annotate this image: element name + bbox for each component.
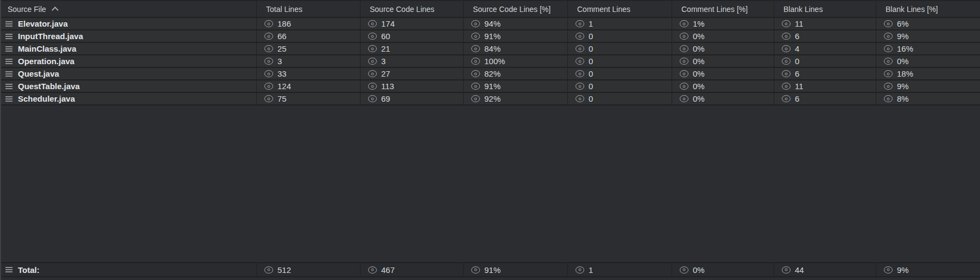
column-header-source-file[interactable]: Source File xyxy=(1,1,256,17)
total-lines-cell[interactable]: 124 xyxy=(256,80,360,92)
eye-icon xyxy=(368,20,377,27)
blank-lines-pct-cell[interactable]: 9% xyxy=(876,30,980,42)
source-code-lines-pct-cell[interactable]: 84% xyxy=(463,43,567,54)
source-code-lines-pct-cell[interactable]: 91% xyxy=(463,30,567,42)
source-file-cell[interactable]: Quest.java xyxy=(1,68,256,79)
blank-lines-pct-cell[interactable]: 16% xyxy=(876,43,980,54)
column-header-source-code-lines-pct[interactable]: Source Code Lines [%] xyxy=(463,1,567,17)
blank-lines-pct-cell[interactable]: 9% xyxy=(876,80,980,92)
comment-lines-cell[interactable]: 0 xyxy=(567,68,672,79)
total-lines-cell[interactable]: 25 xyxy=(256,43,360,54)
table-row[interactable]: Quest.java 33 27 82% 0 0% 6 18% xyxy=(1,68,980,80)
total-comment-lines-pct-cell[interactable]: 0% xyxy=(672,263,774,276)
total-lines-cell[interactable]: 3 xyxy=(256,55,360,67)
source-file-cell[interactable]: Operation.java xyxy=(1,55,256,67)
blank-lines-cell[interactable]: 6 xyxy=(774,68,876,79)
column-header-blank-lines[interactable]: Blank Lines xyxy=(774,1,876,17)
cell-value: 0% xyxy=(897,57,909,66)
comment-lines-pct-cell[interactable]: 0% xyxy=(672,43,774,54)
blank-lines-cell[interactable]: 4 xyxy=(774,43,876,54)
total-lines-cell[interactable]: 186 xyxy=(256,18,360,29)
blank-lines-pct-cell[interactable]: 0% xyxy=(876,55,980,67)
blank-lines-cell[interactable]: 0 xyxy=(774,55,876,67)
source-code-lines-cell[interactable]: 69 xyxy=(360,93,463,104)
source-file-cell[interactable]: InputThread.java xyxy=(1,30,256,42)
cell-value: 94% xyxy=(484,19,501,28)
total-lines-cell[interactable]: 33 xyxy=(256,68,360,79)
table-row[interactable]: QuestTable.java 124 113 91% 0 0% 11 9% xyxy=(1,80,980,93)
comment-lines-pct-cell[interactable]: 0% xyxy=(672,93,774,104)
table-row[interactable]: Scheduler.java 75 69 92% 0 0% 6 8% xyxy=(1,93,980,105)
total-blank-lines-cell[interactable]: 44 xyxy=(774,263,876,276)
total-source-code-lines-cell[interactable]: 467 xyxy=(360,263,463,276)
source-file-cell[interactable]: QuestTable.java xyxy=(1,80,256,92)
source-code-lines-pct-cell[interactable]: 94% xyxy=(463,18,567,29)
eye-icon xyxy=(576,20,584,27)
source-code-lines-cell[interactable]: 21 xyxy=(360,43,463,54)
blank-lines-pct-cell[interactable]: 6% xyxy=(876,18,980,29)
source-code-lines-cell[interactable]: 27 xyxy=(360,68,463,79)
total-row[interactable]: Total: 512 467 91% 1 0% 44 9% xyxy=(1,262,980,277)
empty-area xyxy=(1,105,980,262)
comment-lines-cell[interactable]: 0 xyxy=(567,93,672,104)
source-code-lines-pct-cell[interactable]: 100% xyxy=(463,55,567,67)
total-lines-cell[interactable]: 75 xyxy=(256,93,360,104)
total-lines-cell[interactable]: 66 xyxy=(256,30,360,42)
blank-lines-pct-cell[interactable]: 18% xyxy=(876,68,980,79)
cell-value: 0% xyxy=(693,69,705,78)
comment-lines-cell[interactable]: 0 xyxy=(567,55,672,67)
blank-lines-pct-cell[interactable]: 8% xyxy=(876,93,980,104)
eye-icon xyxy=(576,58,584,65)
cell-value: 1 xyxy=(589,265,593,275)
blank-lines-cell[interactable]: 6 xyxy=(774,30,876,42)
comment-lines-pct-cell[interactable]: 0% xyxy=(672,68,774,79)
eye-icon xyxy=(576,70,584,77)
eye-icon xyxy=(264,266,273,273)
total-comment-lines-cell[interactable]: 1 xyxy=(567,263,672,276)
eye-icon xyxy=(680,45,688,52)
source-code-lines-pct-cell[interactable]: 92% xyxy=(463,93,567,104)
comment-lines-pct-cell[interactable]: 1% xyxy=(672,18,774,29)
blank-lines-cell[interactable]: 11 xyxy=(774,80,876,92)
source-code-lines-cell[interactable]: 113 xyxy=(360,80,463,92)
table-row[interactable]: MainClass.java 25 21 84% 0 0% 4 16% xyxy=(1,43,980,55)
source-code-lines-cell[interactable]: 60 xyxy=(360,30,463,42)
comment-lines-pct-cell[interactable]: 0% xyxy=(672,80,774,92)
source-code-lines-cell[interactable]: 174 xyxy=(360,18,463,29)
column-header-source-code-lines[interactable]: Source Code Lines xyxy=(360,1,463,17)
source-code-lines-pct-cell[interactable]: 91% xyxy=(463,80,567,92)
total-total-lines-cell[interactable]: 512 xyxy=(256,263,360,276)
total-blank-lines-pct-cell[interactable]: 9% xyxy=(876,263,980,276)
cell-value: 92% xyxy=(484,94,501,103)
table-row[interactable]: InputThread.java 66 60 91% 0 0% 6 9% xyxy=(1,30,980,43)
source-file-cell[interactable]: Elevator.java xyxy=(1,18,256,29)
cell-value: 69 xyxy=(381,94,390,103)
eye-icon xyxy=(368,58,377,65)
source-code-lines-pct-cell[interactable]: 82% xyxy=(463,68,567,79)
blank-lines-cell[interactable]: 6 xyxy=(774,93,876,104)
file-name: Quest.java xyxy=(18,69,59,78)
column-header-blank-lines-pct[interactable]: Blank Lines [%] xyxy=(876,1,980,17)
comment-lines-pct-cell[interactable]: 0% xyxy=(672,30,774,42)
blank-lines-cell[interactable]: 11 xyxy=(774,18,876,29)
column-header-label: Comment Lines [%] xyxy=(681,5,748,14)
comment-lines-pct-cell[interactable]: 0% xyxy=(672,55,774,67)
column-header-total-lines[interactable]: Total Lines xyxy=(256,1,360,17)
total-label-cell[interactable]: Total: xyxy=(1,263,256,276)
table-row[interactable]: Operation.java 3 3 100% 0 0% 0 0% xyxy=(1,55,980,68)
source-file-cell[interactable]: MainClass.java xyxy=(1,43,256,54)
table-row[interactable]: Elevator.java 186 174 94% 1 1% 11 6% xyxy=(1,18,980,30)
file-name: InputThread.java xyxy=(18,32,83,41)
comment-lines-cell[interactable]: 0 xyxy=(567,30,672,42)
total-source-code-lines-pct-cell[interactable]: 91% xyxy=(463,263,567,276)
column-header-comment-lines-pct[interactable]: Comment Lines [%] xyxy=(672,1,774,17)
column-header-comment-lines[interactable]: Comment Lines xyxy=(567,1,672,17)
source-code-lines-cell[interactable]: 3 xyxy=(360,55,463,67)
comment-lines-cell[interactable]: 0 xyxy=(567,43,672,54)
source-file-cell[interactable]: Scheduler.java xyxy=(1,93,256,104)
cell-value: 124 xyxy=(277,82,291,91)
file-name: Operation.java xyxy=(18,57,74,66)
comment-lines-cell[interactable]: 1 xyxy=(567,18,672,29)
cell-value: 467 xyxy=(381,265,395,275)
comment-lines-cell[interactable]: 0 xyxy=(567,80,672,92)
